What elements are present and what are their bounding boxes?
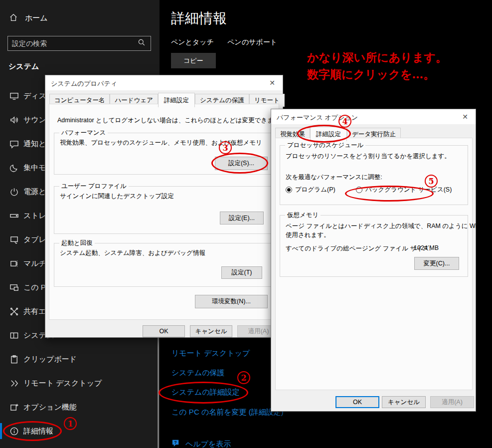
focus-assist-icon	[9, 163, 19, 173]
multitasking-icon	[9, 258, 19, 268]
startup-recovery-group: 起動と回復 システム起動、システム障害、およびデバッグ情報	[54, 243, 274, 287]
sidebar-scrollbar-thumb[interactable]	[158, 323, 159, 448]
column-pen-touch: ペンとタッチ	[171, 38, 214, 47]
user-profiles-settings-button[interactable]: 設定(E)...	[220, 212, 264, 224]
info-icon	[9, 426, 19, 436]
startup-settings-button[interactable]: 設定(T)	[221, 266, 262, 279]
page-title: 詳細情報	[171, 9, 227, 28]
sidebar-item-home[interactable]: ホーム	[9, 13, 48, 23]
shared-experiences-icon	[9, 306, 19, 316]
paging-file-value: 1024 MB	[414, 244, 439, 251]
optional-features-icon	[9, 402, 19, 412]
annotation-note: かなり深い所にあります。 数字順にクリックを…。	[307, 49, 447, 83]
radio-programs-circle[interactable]	[286, 187, 292, 193]
ok-button[interactable]: OK	[143, 325, 185, 337]
help-icon: ?	[171, 439, 181, 448]
search-box[interactable]	[7, 36, 151, 51]
clipboard-icon	[9, 354, 19, 364]
performance-options-dialog: パフォーマンス オプション ✕ 視覚効果 詳細設定 データ実行防止 プロセッサの…	[271, 109, 476, 412]
display-icon	[9, 91, 19, 101]
user-profiles-group: ユーザー プロファイル サインインに関連したデスクトップ設定	[54, 186, 274, 234]
radio-programs[interactable]: プログラム(P)	[286, 186, 335, 194]
power-icon	[9, 187, 19, 197]
processor-scheduling-group: プロセッサのスケジュール プロセッサのリソースをどう割り当てるかを選択します。 …	[280, 145, 468, 205]
system-properties-titlebar[interactable]: システムのプロパティ ✕	[45, 75, 283, 90]
system-icon	[9, 330, 19, 340]
sidebar-item-clipboard[interactable]: クリップボード	[0, 349, 160, 369]
link-system-protection[interactable]: システムの保護	[171, 368, 225, 378]
settings-window: 詳細情報 ペンとタッチ ペンのサポート コピー リモート デスクトップ システム…	[0, 0, 492, 448]
sidebar-item-remote-desktop[interactable]: リモート デスクトップ	[0, 373, 160, 393]
home-icon	[9, 13, 18, 23]
close-icon[interactable]: ✕	[455, 109, 476, 124]
close-icon[interactable]: ✕	[262, 75, 283, 90]
sidebar-section-title: システム	[8, 62, 39, 71]
sound-icon	[9, 115, 19, 125]
dialog-title: システムのプロパティ	[51, 79, 117, 88]
projection-icon	[9, 282, 19, 292]
remote-desktop-icon	[9, 378, 19, 388]
performance-options-titlebar[interactable]: パフォーマンス オプション ✕	[271, 109, 476, 124]
svg-text:?: ?	[174, 440, 176, 445]
tablet-icon	[9, 234, 19, 244]
performance-settings-button[interactable]: 設定(S)...	[215, 157, 268, 170]
column-pen-support: ペンのサポート	[227, 38, 277, 47]
link-rename-pc[interactable]: この PC の名前を変更 (詳細設定)	[171, 408, 284, 417]
cancel-button[interactable]: キャンセル	[382, 396, 426, 408]
search-icon	[138, 38, 151, 48]
change-button[interactable]: 変更(C)...	[414, 257, 459, 270]
radio-background-circle[interactable]	[356, 187, 362, 193]
search-input[interactable]	[8, 39, 138, 47]
storage-icon	[9, 211, 19, 221]
ok-button[interactable]: OK	[335, 396, 379, 408]
tab-advanced[interactable]: 詳細設定	[158, 93, 195, 107]
tab-advanced[interactable]: 詳細設定	[310, 127, 347, 141]
cancel-button[interactable]: キャンセル	[190, 325, 232, 337]
radio-background-services[interactable]: バックグラウンド サービス(S)	[356, 186, 452, 194]
notifications-icon	[9, 139, 19, 149]
copy-button[interactable]: コピー	[171, 53, 216, 68]
annotation-step-2: 2	[237, 371, 250, 384]
sidebar-item-about[interactable]: 詳細情報	[0, 421, 160, 441]
dialog-title: パフォーマンス オプション	[277, 113, 358, 122]
help-link[interactable]: ? ヘルプを表示	[171, 439, 231, 448]
apply-button: 適用(A)	[430, 396, 474, 408]
system-properties-dialog: システムのプロパティ ✕ コンピューター名 ハードウェア 詳細設定 システムの保…	[45, 75, 283, 338]
paging-file-label: すべてのドライブの総ページング ファイル サイズ:	[286, 244, 431, 253]
sidebar-item-optional-features[interactable]: オプション機能	[0, 397, 160, 417]
environment-variables-button[interactable]: 環境変数(N)...	[195, 295, 268, 308]
admin-note: Administrator としてログオンしない場合は、これらのほとんどは変更で…	[57, 116, 293, 125]
link-advanced-system-settings[interactable]: システムの詳細設定	[171, 388, 240, 397]
link-remote-desktop[interactable]: リモート デスクトップ	[171, 349, 250, 358]
